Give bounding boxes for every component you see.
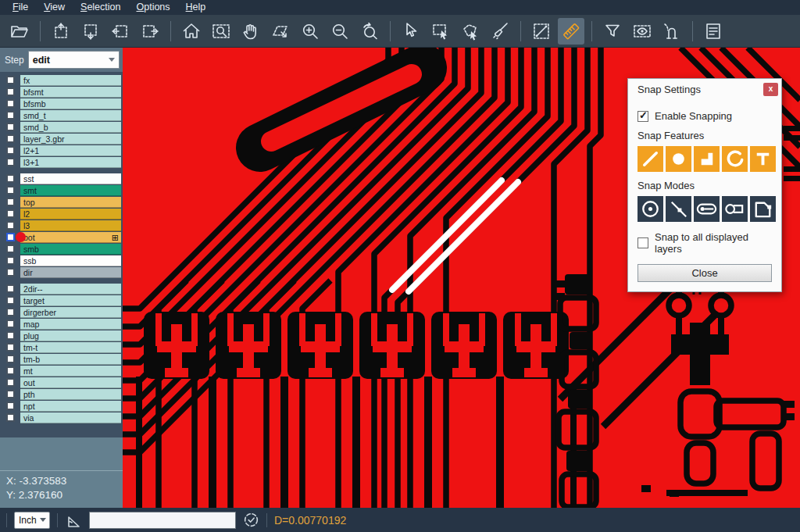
layer-name-smb[interactable]: smb <box>20 244 121 255</box>
layer-visibility-checkbox[interactable] <box>6 268 15 277</box>
layer-name-plug[interactable]: plug <box>20 330 121 341</box>
zoom-area-button[interactable] <box>267 18 294 45</box>
command-input[interactable] <box>89 512 236 529</box>
layer-row-bfsmb[interactable]: bfsmb <box>0 98 123 109</box>
layer-name-fx[interactable]: fx <box>20 75 121 86</box>
shift-left-button[interactable] <box>107 18 134 45</box>
layer-row-map[interactable]: map <box>0 318 123 330</box>
menu-item-file[interactable]: File <box>5 0 36 15</box>
snap-text-button[interactable] <box>750 146 776 172</box>
close-button[interactable]: Close <box>638 264 772 282</box>
layer-name-smt[interactable]: smt <box>20 185 121 196</box>
layer-visibility-checkbox[interactable] <box>6 233 15 241</box>
layer-row-sst[interactable]: sst <box>0 173 123 184</box>
layer-name-tm-t[interactable]: tm-t <box>20 342 121 353</box>
layer-row-fx[interactable]: fx <box>0 74 123 86</box>
layer-row-npt[interactable]: npt <box>0 400 123 412</box>
layer-name-target[interactable]: target <box>20 295 121 306</box>
layer-row-top[interactable]: top <box>0 196 123 208</box>
layer-visibility-checkbox[interactable] <box>6 355 15 363</box>
zoom-fit-button[interactable] <box>208 18 234 45</box>
layer-name-smd_b[interactable]: smd_b <box>20 122 121 133</box>
layer-visibility-checkbox[interactable] <box>6 99 15 108</box>
layer-visibility-checkbox[interactable] <box>6 296 15 305</box>
layer-name-top[interactable]: top <box>20 197 121 208</box>
layer-visibility-checkbox[interactable] <box>6 186 15 195</box>
menu-item-help[interactable]: Help <box>178 0 214 15</box>
snap-slot-end-button[interactable] <box>694 196 720 222</box>
layer-visibility-checkbox[interactable] <box>6 87 15 96</box>
layer-visibility-checkbox[interactable] <box>6 256 15 265</box>
layer-name-bfsmb[interactable]: bfsmb <box>20 98 121 109</box>
step-select[interactable]: edit <box>28 51 120 69</box>
layer-name-2dir--[interactable]: 2dir-- <box>20 284 121 295</box>
layer-visibility-checkbox[interactable] <box>6 378 15 387</box>
layer-row-tm-b[interactable]: tm-b <box>0 353 123 365</box>
layer-visibility-checkbox[interactable] <box>6 209 15 218</box>
shift-right-button[interactable] <box>137 18 163 45</box>
select-button[interactable] <box>398 18 424 45</box>
layer-name-via[interactable]: via <box>20 412 121 423</box>
layer-row-bot[interactable]: bot⊞ <box>0 231 123 243</box>
layer-visibility-checkbox[interactable] <box>6 284 15 293</box>
layer-name-ssb[interactable]: ssb <box>20 255 121 266</box>
layer-name-dirgerber[interactable]: dirgerber <box>20 307 121 318</box>
layer-visibility-checkbox[interactable] <box>6 221 15 230</box>
layer-name-bfsmt[interactable]: bfsmt <box>20 87 121 98</box>
layer-visibility-checkbox[interactable] <box>6 76 15 84</box>
snap-all-layers-row[interactable]: Snap to all displayed layers <box>638 231 772 255</box>
snap-arc-button[interactable] <box>722 146 748 172</box>
layer-name-bot[interactable]: bot⊞ <box>20 232 121 243</box>
show-selection-button[interactable] <box>629 18 655 45</box>
layer-visibility-checkbox[interactable] <box>6 413 15 422</box>
menu-item-view[interactable]: View <box>36 0 73 15</box>
layer-name-npt[interactable]: npt <box>20 401 121 412</box>
layer-row-plug[interactable]: plug <box>0 330 123 341</box>
layer-name-l3+1[interactable]: l3+1 <box>20 157 121 168</box>
snap-profile-button[interactable] <box>750 196 776 222</box>
snap-slot-side-button[interactable] <box>722 196 748 222</box>
zoom-previous-button[interactable] <box>356 18 383 45</box>
snap-pad-button[interactable] <box>666 146 691 172</box>
layer-row-smd_t[interactable]: smd_t <box>0 109 123 121</box>
snap-line-button[interactable] <box>638 146 663 172</box>
ruler-button[interactable] <box>558 18 584 45</box>
home-button[interactable] <box>178 18 205 45</box>
shift-down-button[interactable] <box>77 18 104 45</box>
zoom-in-button[interactable] <box>297 18 323 45</box>
layer-row-layer_3.gbr[interactable]: layer_3.gbr <box>0 133 123 145</box>
layer-name-mt[interactable]: mt <box>20 366 121 377</box>
layer-visibility-checkbox[interactable] <box>6 331 15 340</box>
pcb-canvas-area[interactable]: Snap Settings x Enable Snapping Snap Fea… <box>123 48 800 508</box>
layer-visibility-checkbox[interactable] <box>6 245 15 253</box>
layer-row-2dir--[interactable]: 2dir-- <box>0 283 123 295</box>
layer-visibility-checkbox[interactable] <box>6 174 15 183</box>
layer-name-pth[interactable]: pth <box>20 389 121 400</box>
select-poly-button[interactable] <box>457 18 484 45</box>
clear-selection-button[interactable] <box>487 18 513 45</box>
report-button[interactable] <box>700 18 727 45</box>
layer-row-tm-t[interactable]: tm-t <box>0 341 123 353</box>
filter-button[interactable] <box>599 18 626 45</box>
snap-closest-button[interactable] <box>666 196 691 222</box>
layer-name-l2[interactable]: l2 <box>20 209 121 220</box>
select-rect-button[interactable] <box>427 18 454 45</box>
layer-visibility-checkbox[interactable] <box>6 134 15 143</box>
layer-visibility-checkbox[interactable] <box>6 123 15 131</box>
layer-row-l3[interactable]: l3 <box>0 220 123 231</box>
layer-visibility-checkbox[interactable] <box>6 390 15 398</box>
dialog-title-bar[interactable]: Snap Settings x <box>628 79 781 99</box>
layer-row-dirgerber[interactable]: dirgerber <box>0 306 123 318</box>
snap-center-button[interactable] <box>638 196 663 222</box>
layer-visibility-checkbox[interactable] <box>6 320 15 328</box>
open-file-button[interactable] <box>6 18 33 45</box>
layer-row-pth[interactable]: pth <box>0 388 123 400</box>
layer-row-dir[interactable]: dir <box>0 266 123 278</box>
layer-row-l3+1[interactable]: l3+1 <box>0 156 123 168</box>
layer-visibility-checkbox[interactable] <box>6 402 15 410</box>
menu-item-selection[interactable]: Selection <box>73 0 128 15</box>
layer-row-smb[interactable]: smb <box>0 243 123 255</box>
layer-visibility-checkbox[interactable] <box>6 308 15 316</box>
snap-all-layers-checkbox[interactable] <box>638 237 648 248</box>
enable-snapping-row[interactable]: Enable Snapping <box>638 110 772 122</box>
